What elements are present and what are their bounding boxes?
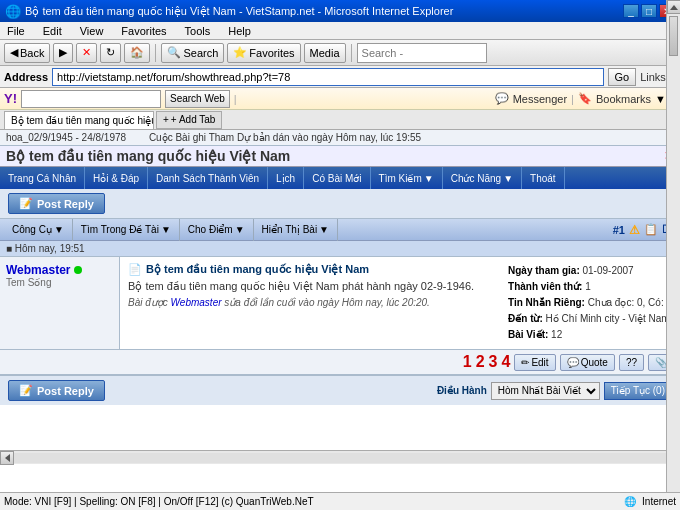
nav-hoi-dap[interactable]: Hỏi & Đáp xyxy=(85,167,148,189)
author-name[interactable]: Webmaster xyxy=(6,263,70,277)
yahoo-separator: | xyxy=(571,93,574,105)
hscroll-left-button[interactable] xyxy=(0,451,14,465)
menu-file[interactable]: File xyxy=(4,24,28,38)
toolbar: ◀ Back ▶ ✕ ↻ 🏠 🔍 Search ⭐ Favorites Medi… xyxy=(0,40,680,66)
minimize-button[interactable]: _ xyxy=(623,4,639,18)
menu-view[interactable]: View xyxy=(77,24,107,38)
search-toolbar-button[interactable]: 🔍 Search xyxy=(161,43,224,63)
cho-diem-button[interactable]: Cho Điểm ▼ xyxy=(180,219,254,241)
menu-edit[interactable]: Edit xyxy=(40,24,65,38)
scrollbar[interactable] xyxy=(666,0,680,510)
bottom-reply-icon: 📝 xyxy=(19,384,33,397)
hien-thi-button[interactable]: Hiển Thị Bài ▼ xyxy=(254,219,338,241)
nav-chuc-nang-arrow: ▼ xyxy=(503,173,513,184)
post-subject: 📄 Bộ tem đầu tiên mang quốc hiệu Việt Na… xyxy=(128,263,500,276)
back-icon: ◀ xyxy=(10,46,18,59)
address-input[interactable] xyxy=(52,68,603,86)
scroll-up-icon xyxy=(670,5,678,10)
mod-section: Điều Hành Hòm Nhất Bài Viết Tiếp Tục (0) xyxy=(437,382,672,400)
mod-label: Điều Hành xyxy=(437,385,487,396)
media-button[interactable]: Media xyxy=(304,43,346,63)
star-icon: ⭐ xyxy=(233,46,247,59)
action-row: 1 2 3 4 ✏ Edit 💬 Quote ?? 📎 xyxy=(0,350,680,375)
nav-danh-sach[interactable]: Danh Sách Thành Viên xyxy=(148,167,268,189)
quote-button[interactable]: 💬 Quote xyxy=(560,354,615,371)
timestamp-bullet: ■ xyxy=(6,243,15,254)
mod-select[interactable]: Hòm Nhất Bài Viết xyxy=(491,382,600,400)
menu-help[interactable]: Help xyxy=(225,24,254,38)
address-label: Address xyxy=(4,71,48,83)
search-input[interactable] xyxy=(357,43,487,63)
address-bar: Address Go Links » xyxy=(0,66,680,88)
post-edit: Bài được Webmaster sửa đổi lần cuối vào … xyxy=(128,297,500,308)
status-bar: Mode: VNI [F9] | Spelling: ON [F8] | On/… xyxy=(0,492,680,510)
hien-thi-arrow: ▼ xyxy=(319,224,329,235)
toolbar-separator-1 xyxy=(155,44,156,62)
refresh-button[interactable]: ↻ xyxy=(100,43,121,63)
go-button[interactable]: Go xyxy=(608,68,637,86)
bookmarks-label[interactable]: Bookmarks xyxy=(596,93,651,105)
add-tab-label: + Add Tab xyxy=(171,114,216,125)
post-split: 📄 Bộ tem đầu tiên mang quốc hiệu Việt Na… xyxy=(128,263,672,343)
window-title: Bộ tem đầu tiên mang quốc hiệu Việt Nam … xyxy=(25,5,453,18)
add-tab-icon: + xyxy=(163,114,169,125)
author-name-row: Webmaster xyxy=(6,263,113,277)
bookmarks-expand[interactable]: ▼ xyxy=(655,93,666,105)
main-content: hoa_02/9/1945 - 24/8/1978 Cuộc Bài ghi T… xyxy=(0,130,680,450)
favorites-button[interactable]: ⭐ Favorites xyxy=(227,43,300,63)
mod-submit-button[interactable]: Tiếp Tục (0) xyxy=(604,382,672,400)
stop-button[interactable]: ✕ xyxy=(76,43,97,63)
scroll-up-button[interactable] xyxy=(667,0,680,14)
search-icon: 🔍 xyxy=(167,46,181,59)
bottom-post-reply-button[interactable]: 📝 Post Reply xyxy=(8,380,105,401)
num-badge-1: 1 xyxy=(463,353,472,371)
yahoo-search-web-button[interactable]: Search Web xyxy=(165,90,230,108)
post-edit-author[interactable]: Webmaster xyxy=(171,297,222,308)
post-main: 📄 Bộ tem đầu tiên mang quốc hiệu Việt Na… xyxy=(128,263,500,343)
hscroll-left-icon xyxy=(5,454,10,462)
post-reply-icon: 📝 xyxy=(19,197,33,210)
globe-icon: 🌐 xyxy=(624,496,636,507)
maximize-button[interactable]: □ xyxy=(641,4,657,18)
add-tab-button[interactable]: + + Add Tab xyxy=(156,111,222,129)
nav-co-bai-moi[interactable]: Có Bài Mới xyxy=(304,167,370,189)
yahoo-search-input[interactable] xyxy=(21,90,161,108)
action-btn-3[interactable]: ?? xyxy=(619,354,644,371)
tim-trong-button[interactable]: Tìm Trong Đề Tài ▼ xyxy=(73,219,180,241)
menu-favorites[interactable]: Favorites xyxy=(118,24,169,38)
report-icon: 📋 xyxy=(644,223,658,236)
ie-logo-icon: 🌐 xyxy=(5,4,21,19)
timestamp-text: Hôm nay, 19:51 xyxy=(15,243,85,254)
home-button[interactable]: 🏠 xyxy=(124,43,150,63)
top-post-reply-area: 📝 Post Reply xyxy=(0,189,680,219)
pm-info: Tin Nhắn Riêng: Chưa đọc: 0, Có: 0 xyxy=(508,295,672,311)
yahoo-right: 💬 Messenger | 🔖 Bookmarks ▼ » xyxy=(495,92,676,105)
messenger-label[interactable]: Messenger xyxy=(513,93,567,105)
post-timestamp: ■ Hôm nay, 19:51 xyxy=(0,241,680,257)
post-author: Webmaster Tem Sống xyxy=(0,257,120,349)
back-button[interactable]: ◀ Back xyxy=(4,43,50,63)
current-tab[interactable]: Bộ tem đầu tiên mang quốc hiệu... ✕ xyxy=(4,111,154,129)
cong-cu-button[interactable]: Công Cụ ▼ xyxy=(4,219,73,241)
yahoo-bar: Y! Search Web | 💬 Messenger | 🔖 Bookmark… xyxy=(0,88,680,110)
forward-button[interactable]: ▶ xyxy=(53,43,73,63)
menu-tools[interactable]: Tools xyxy=(182,24,214,38)
forward-icon: ▶ xyxy=(59,46,67,59)
status-mode-text: Mode: VNI [F9] | Spelling: ON [F8] | On/… xyxy=(4,496,620,507)
forum-header: Bộ tem đầu tiên mang quốc hiệu Việt Nam … xyxy=(0,146,680,167)
stop-icon: ✕ xyxy=(82,46,91,59)
nav-thoat[interactable]: Thoát xyxy=(522,167,565,189)
quote-icon: 💬 xyxy=(567,357,579,368)
nav-trang-ca-nhan[interactable]: Trang Cá Nhân xyxy=(0,167,85,189)
online-indicator xyxy=(74,266,82,274)
post-text: Bộ tem đầu tiên mang quốc hiệu Việt Nam … xyxy=(128,280,500,293)
links-label: Links xyxy=(640,71,666,83)
hscroll-track xyxy=(14,453,666,463)
nav-lich[interactable]: Lịch xyxy=(268,167,304,189)
edit-button[interactable]: ✏ Edit xyxy=(514,354,555,371)
nav-tim-kiem[interactable]: Tìm Kiếm ▼ xyxy=(371,167,443,189)
top-post-reply-button[interactable]: 📝 Post Reply xyxy=(8,193,105,214)
scroll-thumb[interactable] xyxy=(669,16,678,56)
nav-chuc-nang[interactable]: Chức Năng ▼ xyxy=(443,167,522,189)
forum-title: Bộ tem đầu tiên mang quốc hiệu Việt Nam xyxy=(6,148,290,164)
